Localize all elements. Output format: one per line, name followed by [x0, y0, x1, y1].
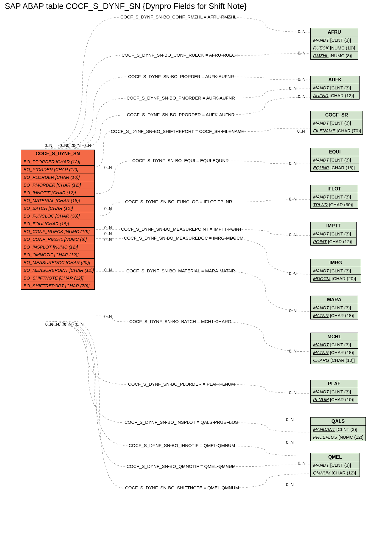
entity-field: PLNUM [CHAR (10)]	[311, 396, 358, 403]
entity-field: MANDT [CLNT (3)]	[311, 84, 359, 92]
relation-label: COCF_S_DYNF_SN-BO_BATCH = MCH1-CHARG	[129, 319, 231, 324]
entity-main-field: BO_MATERIAL [CHAR (18)]	[21, 197, 94, 204]
entity-qals: QALSMANDANT [CLNT (3)]PRUEFLOS [NUMC (12…	[310, 417, 366, 441]
entity-main-field: BO_INSPLOT [NUMC (12)]	[21, 243, 94, 251]
entity-main-field: BO_SHIFTREPORT [CHAR (70)]	[21, 282, 94, 289]
entity-header: QALS	[311, 418, 365, 426]
entity-field: POINT [CHAR (12)]	[311, 238, 356, 245]
entity-field: MANDT [CLNT (3)]	[311, 156, 359, 164]
entity-imptt: IMPTTMANDT [CLNT (3)]POINT [CHAR (12)]	[310, 222, 357, 246]
entity-field: MANDT [CLNT (3)]	[311, 461, 360, 469]
relation-label: COCF_S_DYNF_SN-BO_IHNOTIF = QMEL-QMNUM	[129, 443, 235, 448]
relation-label: COCF_S_DYNF_SN-BO_INSPLOT = QALS-PRUEFLO…	[125, 420, 238, 425]
cardinality-label: 0..N	[73, 143, 81, 148]
entity-header: AFRU	[311, 28, 358, 36]
relation-label: COCF_S_DYNF_SN-BO_MEASUREDOC = IMRG-MDOC…	[124, 235, 243, 240]
cardinality-label: 0..N	[104, 231, 112, 236]
relation-label: COCF_S_DYNF_SN-BO_PLORDER = PLAF-PLNUM	[128, 381, 235, 387]
entity-main-field: BO_EQUI [CHAR (18)]	[21, 220, 94, 228]
cardinality-label: 0..N	[298, 77, 306, 82]
entity-field: MATNR [CHAR (18)]	[311, 312, 358, 319]
relation-label: COCF_S_DYNF_SN-BO_EQUI = EQUI-EQUNR	[132, 158, 229, 163]
cardinality-label: 0..N	[289, 197, 297, 201]
entity-field: EQUNR [CHAR (18)]	[311, 164, 359, 171]
cardinality-label: 0..N	[298, 94, 306, 99]
entity-field: FILENAME [CHAR (70)]	[311, 127, 363, 134]
entity-field: MANDT [CLNT (3)]	[311, 36, 358, 44]
cardinality-label: 0..N	[298, 461, 306, 465]
cardinality-label: 0..N	[298, 51, 306, 55]
entity-field: MATNR [CHAR (18)]	[311, 349, 358, 356]
entity-header: IMRG	[311, 259, 361, 267]
cardinality-label: 0..N	[104, 225, 112, 230]
entity-field: MANDT [CLNT (3)]	[311, 267, 361, 275]
entity-header: IMPTT	[311, 222, 356, 230]
cardinality-label: 0..N	[104, 165, 112, 170]
entity-header: PLAF	[311, 380, 358, 388]
entity-header: EQUI	[311, 148, 359, 156]
entity-field: TPLNR [CHAR (30)]	[311, 201, 358, 208]
cardinality-label: 0..N	[60, 143, 67, 148]
entity-field: CHARG [CHAR (10)]	[311, 356, 358, 364]
entity-main-field: BO_PPORDER [CHAR (12)]	[21, 158, 94, 166]
cardinality-label: 0..N	[104, 268, 112, 272]
entity-header: MARA	[311, 296, 358, 304]
cardinality-label: 0..N	[76, 322, 84, 327]
cardinality-label: 0..N	[286, 417, 294, 422]
relation-label: COCF_S_DYNF_SN-BO_QMNOTIF = QMEL-QMNUM	[127, 464, 236, 469]
entity-equi: EQUIMANDT [CLNT (3)]EQUNR [CHAR (18)]	[310, 148, 359, 172]
cardinality-label: 0..N	[289, 349, 297, 353]
entity-field: MDOCM [CHAR (20)]	[311, 275, 361, 282]
entity-aufk: AUFKMANDT [CLNT (3)]AUFNR [CHAR (12)]	[310, 76, 360, 100]
entity-field: MANDT [CLNT (3)]	[311, 388, 358, 396]
cardinality-label: 0..N	[104, 237, 112, 242]
entity-field: MANDT [CLNT (3)]	[311, 230, 356, 238]
entity-header: QMEL	[311, 453, 360, 461]
cardinality-label: 0..N	[289, 271, 297, 276]
relation-label: COCF_S_DYNF_SN-BO_MATERIAL = MARA-MATNR	[126, 268, 235, 273]
entity-field: RMZHL [NUMC (8)]	[311, 52, 358, 59]
cardinality-label: 0..N	[298, 29, 306, 34]
entity-main-field: BO_PLORDER [CHAR (10)]	[21, 173, 94, 181]
entity-main-field: BO_PIORDER [CHAR (12)]	[21, 166, 94, 173]
cardinality-label: 0..N	[289, 232, 297, 237]
cardinality-label: 0..N	[51, 322, 59, 327]
cardinality-label: 0..N	[289, 390, 297, 395]
entity-mara: MARAMANDT [CLNT (3)]MATNR [CHAR (18)]	[310, 296, 358, 319]
relation-label: COCF_S_DYNF_SN-BO_FUNCLOC = IFLOT-TPLNR	[125, 199, 232, 204]
cardinality-label: 0..N	[297, 129, 305, 134]
relation-label: COCF_S_DYNF_SN-BO_CONF_RMZHL = AFRU-RMZH…	[120, 14, 237, 19]
entity-main-field: BO_FUNCLOC [CHAR (30)]	[21, 212, 94, 220]
relation-label: COCF_S_DYNF_SN-BO_PPORDER = AUFK-AUFNR	[127, 112, 234, 117]
entity-main-field: BO_PMORDER [CHAR (12)]	[21, 181, 94, 189]
relation-label: COCF_S_DYNF_SN-BO_PMORDER = AUFK-AUFNR	[127, 95, 235, 100]
entity-plaf: PLAFMANDT [CLNT (3)]PLNUM [CHAR (10)]	[310, 380, 358, 404]
entity-imrg: IMRGMANDT [CLNT (3)]MDOCM [CHAR (20)]	[310, 259, 361, 283]
cardinality-label: 0..N	[64, 322, 72, 327]
entity-main-field: BO_CONF_RMZHL [NUMC (8)]	[21, 235, 94, 243]
entity-mch1: MCH1MANDT [CLNT (3)]MATNR [CHAR (18)]CHA…	[310, 333, 358, 364]
entity-main-field: BO_BATCH [CHAR (10)]	[21, 204, 94, 212]
entity-afru: AFRUMANDT [CLNT (3)]RUECK [NUMC (10)]RMZ…	[310, 28, 358, 60]
relation-label: COCF_S_DYNF_SN-BO_CONF_RUECK = AFRU-RUEC…	[122, 52, 238, 58]
entity-field: MANDT [CLNT (3)]	[311, 304, 358, 312]
cardinality-label: 0..N	[104, 314, 112, 319]
entity-field: QMNUM [CHAR (12)]	[311, 469, 360, 477]
cardinality-label: 0..N	[289, 161, 297, 166]
entity-main: COCF_S_DYNF_SN BO_PPORDER [CHAR (12)]BO_…	[21, 150, 95, 290]
cardinality-label: 0..N	[104, 206, 112, 211]
entity-iflot: IFLOTMANDT [CLNT (3)]TPLNR [CHAR (30)]	[310, 185, 358, 209]
relation-label: COCF_S_DYNF_SN-BO_SHIFTNOTE = QMEL-QMNUM	[125, 485, 239, 490]
entity-field: RUECK [NUMC (10)]	[311, 44, 358, 52]
entity-field: MANDT [CLNT (3)]	[311, 119, 363, 127]
entity-cocf_sr: COCF_SRMANDT [CLNT (3)]FILENAME [CHAR (7…	[310, 111, 363, 135]
cardinality-label: 0..N	[289, 308, 297, 313]
cardinality-label: 0..N	[83, 143, 91, 148]
relation-label: COCF_S_DYNF_SN-BO_PIORDER = AUFK-AUFNR	[128, 74, 234, 79]
entity-header: COCF_SR	[311, 111, 363, 119]
entity-main-field: BO_MEASUREDOC [CHAR (20)]	[21, 259, 94, 266]
entity-header: AUFK	[311, 76, 359, 84]
entity-field: MANDT [CLNT (3)]	[311, 193, 358, 201]
cardinality-label: 0..N	[286, 440, 294, 445]
entity-main-field: BO_MEASUREPOINT [CHAR (12)]	[21, 266, 94, 274]
